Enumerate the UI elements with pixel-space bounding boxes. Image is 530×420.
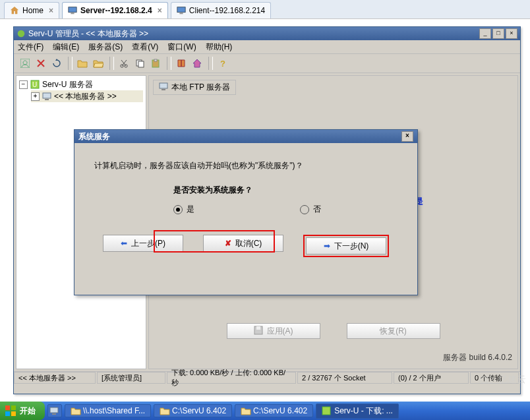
radio-icon xyxy=(300,205,309,214)
taskbar-item-servu-2[interactable]: C:\ServU 6.402 xyxy=(235,404,313,417)
svg-point-4 xyxy=(18,30,25,38)
svg-rect-11 xyxy=(154,59,157,61)
svg-rect-26 xyxy=(5,411,10,416)
tree-root-label: Serv-U 服务器 xyxy=(42,79,93,90)
taskbar-item-label: C:\ServU 6.402 xyxy=(172,406,226,415)
tb-cut-icon[interactable] xyxy=(117,56,131,71)
tb-folder-open-icon[interactable] xyxy=(91,56,105,71)
tb-user-icon[interactable] xyxy=(18,56,32,71)
tab-label: Home xyxy=(22,6,44,15)
content-tab-label: 本地 FTP 服务器 xyxy=(171,82,230,93)
svg-rect-24 xyxy=(5,405,10,410)
back-label: 上一步(P) xyxy=(131,238,165,249)
browser-tab-client[interactable]: Client--192.168.2.214 xyxy=(171,2,271,18)
browser-tab-server[interactable]: Server--192.168.2.4 × xyxy=(62,2,168,18)
tb-folder-new-icon[interactable] xyxy=(75,56,90,71)
window-title: Serv-U 管理员 - << 本地服务器 >> xyxy=(28,28,148,40)
collapse-icon[interactable]: − xyxy=(19,80,28,89)
quick-launch[interactable] xyxy=(47,404,62,417)
apply-label: 应用(A) xyxy=(267,326,293,337)
tb-book-icon[interactable] xyxy=(174,56,189,71)
radio-no-label: 否 xyxy=(313,204,321,215)
dialog-titlebar[interactable]: 系统服务 × xyxy=(74,130,417,143)
status-admin: [系统管理员] xyxy=(97,372,165,384)
expand-icon[interactable]: + xyxy=(31,92,40,101)
monitor-icon xyxy=(177,6,186,15)
tb-copy-icon[interactable] xyxy=(132,56,147,71)
menu-file[interactable]: 文件(F) xyxy=(18,42,44,53)
status-users: (0) / 2 个用户 xyxy=(394,372,469,384)
radio-no[interactable]: 否 xyxy=(300,204,321,215)
svg-rect-18 xyxy=(162,89,165,90)
close-icon[interactable]: × xyxy=(158,6,162,15)
tb-paste-icon[interactable] xyxy=(148,56,163,71)
status-rate: 下载: 0.000 KB/秒 / 上传: 0.000 KB/秒 xyxy=(167,372,296,384)
close-icon[interactable]: × xyxy=(49,6,53,15)
cancel-button[interactable]: ✘ 取消(C) xyxy=(203,235,283,252)
menu-window[interactable]: 窗口(W) xyxy=(167,42,196,53)
svg-rect-28 xyxy=(50,407,58,413)
next-label: 下一步(N) xyxy=(334,241,369,252)
apply-button: 应用(A) xyxy=(227,323,320,339)
svg-rect-16 xyxy=(45,99,49,100)
tab-label: Server--192.168.2.4 xyxy=(80,6,152,15)
back-button[interactable]: ⬅ 上一步(P) xyxy=(103,235,183,252)
app-icon xyxy=(16,29,26,38)
folder-icon xyxy=(160,406,169,415)
tab-label: Client--192.168.2.214 xyxy=(189,6,265,15)
windows-icon xyxy=(5,405,16,416)
server-u-icon: U xyxy=(30,80,40,89)
window-titlebar[interactable]: Serv-U 管理员 - << 本地服务器 >> _ □ × xyxy=(14,27,520,40)
start-button[interactable]: 开始 xyxy=(0,402,45,420)
svg-text:?: ? xyxy=(220,59,225,68)
minimize-button[interactable]: _ xyxy=(479,28,491,39)
svg-rect-3 xyxy=(179,13,183,15)
svg-rect-1 xyxy=(71,13,74,15)
dialog-question: 是否安装为系统服务？ xyxy=(173,185,398,196)
restore-label: 恢复(R) xyxy=(380,326,407,337)
system-service-dialog: 系统服务 × 计算机启动时，服务器应该自动开始吗(也称为"系统服务")？ 是否安… xyxy=(74,129,418,295)
maximize-button[interactable]: □ xyxy=(492,28,504,39)
servu-icon xyxy=(322,406,331,415)
tb-refresh-icon[interactable] xyxy=(49,56,64,71)
close-button[interactable]: × xyxy=(506,28,517,39)
tb-home-icon[interactable] xyxy=(190,56,204,71)
status-bar: << 本地服务器 >> [系统管理员] 下载: 0.000 KB/秒 / 上传:… xyxy=(14,371,520,384)
browser-tab-home[interactable]: Home × xyxy=(4,2,59,18)
svg-rect-2 xyxy=(177,7,185,13)
svg-rect-30 xyxy=(322,407,330,415)
taskbar-item-label: Serv-U - 下载: ... xyxy=(334,405,393,417)
monitor-icon xyxy=(68,6,77,15)
tree-local-label: << 本地服务器 >> xyxy=(54,91,117,102)
arrow-left-icon: ⬅ xyxy=(121,239,127,248)
cancel-label: 取消(C) xyxy=(235,238,262,249)
content-tab[interactable]: 本地 FTP 服务器 xyxy=(153,80,236,95)
tree-local-server[interactable]: + << 本地服务器 >> xyxy=(31,90,143,102)
tb-help-icon[interactable]: ? xyxy=(216,56,230,71)
menu-server[interactable]: 服务器(S) xyxy=(88,42,123,53)
svg-rect-17 xyxy=(160,83,167,88)
tree-root[interactable]: − U Serv-U 服务器 xyxy=(19,78,143,90)
next-button[interactable]: ➡ 下一步(N) xyxy=(306,237,386,255)
windows-taskbar: 开始 \\.host\Shared F... C:\ServU 6.402 C:… xyxy=(0,402,530,420)
svg-rect-9 xyxy=(138,61,144,67)
status-sockets: 2 / 32767 个 Socket xyxy=(297,372,392,384)
menu-edit[interactable]: 编辑(E) xyxy=(53,42,79,53)
taskbar-item-servu-1[interactable]: C:\ServU 6.402 xyxy=(154,404,232,417)
svg-rect-27 xyxy=(11,411,16,416)
svg-rect-15 xyxy=(43,93,51,98)
menu-bar: 文件(F) 编辑(E) 服务器(S) 查看(V) 窗口(W) 帮助(H) xyxy=(14,40,520,54)
taskbar-item-servu-app[interactable]: Serv-U - 下载: ... xyxy=(316,404,399,419)
svg-rect-29 xyxy=(52,413,56,415)
radio-yes-label: 是 xyxy=(187,204,194,215)
taskbar-item-label: \\.host\Shared F... xyxy=(83,406,145,415)
tb-delete-icon[interactable] xyxy=(34,56,48,71)
menu-help[interactable]: 帮助(H) xyxy=(206,42,233,53)
taskbar-item-sharedhost[interactable]: \\.host\Shared F... xyxy=(65,404,151,417)
dialog-close-button[interactable]: × xyxy=(401,131,413,142)
radio-yes[interactable]: 是 xyxy=(173,204,194,215)
status-local: << 本地服务器 >> xyxy=(14,372,96,384)
menu-view[interactable]: 查看(V) xyxy=(132,42,158,53)
folder-icon xyxy=(241,406,250,415)
house-icon xyxy=(10,6,19,15)
